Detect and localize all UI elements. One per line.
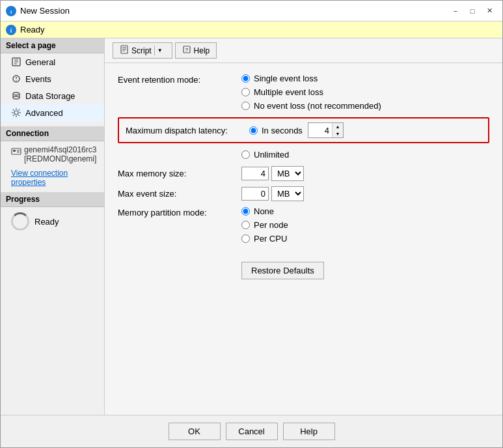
sidebar-item-data-storage[interactable]: Data Storage — [1, 87, 104, 104]
unlimited-label: Unlimited — [254, 150, 289, 160]
per-node-radio-row: Per node — [241, 220, 288, 230]
general-label: General — [25, 57, 55, 67]
spin-up-button[interactable]: ▲ — [333, 123, 343, 130]
view-connection-link[interactable]: View connection properties — [1, 166, 104, 189]
max-memory-size-row: Max memory size: 4 MB KB GB — [118, 166, 489, 181]
restore-defaults-button[interactable]: Restore Defaults — [241, 262, 324, 279]
max-event-size-label: Max event size: — [118, 189, 241, 199]
script-button-group: Script ▼ — [113, 42, 172, 59]
none-label: None — [254, 206, 274, 216]
spin-down-button[interactable]: ▼ — [333, 130, 343, 137]
multiple-event-loss-label: Multiple event loss — [254, 87, 323, 97]
progress-spinner — [11, 212, 29, 231]
per-cpu-radio[interactable] — [241, 234, 250, 243]
status-bar: i Ready — [1, 21, 502, 38]
progress-status: Ready — [34, 217, 59, 227]
svg-point-10 — [16, 80, 17, 81]
help-icon: ? — [182, 45, 191, 56]
unlimited-radio-row: Unlimited — [241, 150, 489, 160]
unlimited-row: Unlimited — [241, 150, 489, 160]
connection-section: Connection genemi4f\sql2016rc3 [REDMOND\… — [1, 126, 104, 189]
no-event-loss-label: No event loss (not recommended) — [254, 101, 381, 111]
title-controls: − □ ✕ — [448, 5, 497, 18]
svg-point-11 — [13, 92, 20, 95]
memory-partition-row: Memory partition mode: None Per node — [118, 206, 489, 244]
sidebar: Select a page General — [1, 38, 105, 415]
data-storage-icon — [11, 91, 21, 101]
main-window: i New Session − □ ✕ i Ready Select a pag… — [0, 0, 503, 448]
multiple-event-loss-radio[interactable] — [241, 88, 250, 96]
script-label: Script — [131, 46, 152, 55]
content-area: Script ▼ ? Help — [105, 38, 502, 415]
event-retention-label: Event retention mode: — [118, 74, 241, 85]
unlimited-radio[interactable] — [241, 150, 250, 159]
sidebar-item-general[interactable]: General — [1, 53, 104, 70]
spinbox-buttons: ▲ ▼ — [332, 123, 343, 137]
restore-defaults-container: Restore Defaults — [241, 254, 489, 279]
footer: OK Cancel Help — [1, 415, 502, 447]
form-area: Event retention mode: Single event loss … — [105, 63, 502, 415]
progress-section: Progress Ready — [1, 192, 104, 236]
connection-user: [REDMOND\genemi] — [24, 154, 96, 163]
help-label: Help — [194, 46, 210, 55]
script-dropdown-arrow[interactable]: ▼ — [154, 46, 165, 55]
svg-line-21 — [18, 115, 20, 116]
max-event-size-row: Max event size: 0 MB KB GB — [118, 186, 489, 201]
per-cpu-radio-row: Per CPU — [241, 234, 288, 244]
svg-point-15 — [14, 111, 18, 115]
in-seconds-label: In seconds — [262, 126, 303, 135]
data-storage-label: Data Storage — [25, 91, 75, 101]
svg-text:i: i — [10, 27, 12, 34]
seconds-input[interactable]: 4 — [308, 124, 332, 137]
none-radio-row: None — [241, 206, 288, 216]
connection-icon — [11, 146, 21, 158]
connection-details: genemi4f\sql2016rc3 [REDMOND\genemi] — [24, 145, 96, 163]
ok-button[interactable]: OK — [169, 423, 221, 440]
per-node-radio[interactable] — [241, 221, 250, 229]
progress-content: Ready — [1, 207, 104, 236]
max-memory-size-input[interactable]: 4 — [241, 167, 269, 180]
sidebar-item-advanced[interactable]: Advanced — [1, 104, 104, 121]
no-event-loss-radio[interactable] — [241, 102, 250, 110]
dispatch-latency-highlighted-row: Maximum dispatch latency: In seconds 4 ▲… — [118, 117, 489, 143]
toolbar: Script ▼ ? Help — [105, 38, 502, 63]
cancel-button[interactable]: Cancel — [226, 423, 278, 440]
max-memory-size-unit-select[interactable]: MB KB GB — [271, 166, 304, 181]
events-label: Events — [25, 74, 51, 84]
in-seconds-row: In seconds — [249, 126, 303, 135]
single-event-loss-radio[interactable] — [241, 74, 250, 83]
svg-rect-25 — [13, 150, 16, 152]
close-button[interactable]: ✕ — [482, 5, 497, 18]
none-radio[interactable] — [241, 207, 250, 216]
dispatch-latency-label: Maximum dispatch latency: — [126, 126, 241, 135]
select-page-title: Select a page — [1, 38, 104, 53]
connection-info: genemi4f\sql2016rc3 [REDMOND\genemi] — [1, 141, 104, 166]
status-text: Ready — [20, 25, 45, 35]
maximize-button[interactable]: □ — [465, 5, 480, 18]
window-title: New Session — [20, 6, 70, 16]
events-icon — [11, 74, 21, 84]
single-event-loss-row: Single event loss — [241, 74, 381, 83]
main-area: Select a page General — [1, 38, 502, 415]
in-seconds-radio[interactable] — [249, 126, 258, 135]
max-memory-size-label: Max memory size: — [118, 169, 241, 178]
max-event-size-input[interactable]: 0 — [241, 187, 269, 201]
event-retention-controls: Single event loss Multiple event loss — [241, 74, 381, 111]
no-event-loss-row: No event loss (not recommended) — [241, 101, 381, 111]
footer-help-button[interactable]: Help — [283, 423, 335, 440]
memory-partition-controls: None Per node Per CPU — [241, 206, 288, 244]
sidebar-item-events[interactable]: Events — [1, 70, 104, 87]
minimize-button[interactable]: − — [448, 5, 463, 18]
max-event-size-unit-select[interactable]: MB KB GB — [271, 186, 304, 201]
svg-point-14 — [13, 96, 20, 99]
memory-partition-label: Memory partition mode: — [118, 206, 241, 217]
svg-text:?: ? — [185, 47, 188, 53]
svg-text:i: i — [10, 9, 12, 15]
general-icon — [11, 57, 21, 67]
svg-line-20 — [13, 109, 14, 111]
help-button[interactable]: ? Help — [175, 42, 217, 59]
single-event-loss-label: Single event loss — [254, 74, 318, 83]
per-cpu-label: Per CPU — [254, 234, 287, 244]
script-button[interactable]: Script ▼ — [113, 42, 172, 59]
seconds-spinbox: 4 ▲ ▼ — [308, 122, 344, 138]
